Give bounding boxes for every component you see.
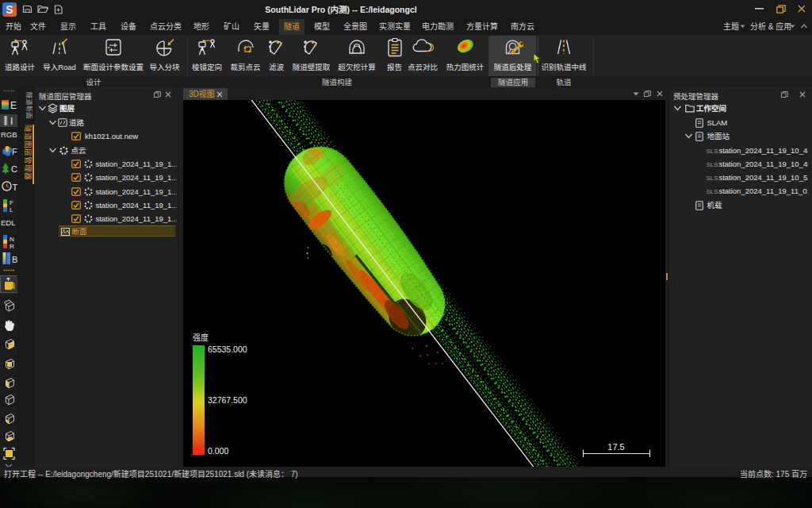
svg-text:F: F xyxy=(12,147,17,156)
svg-text:I: I xyxy=(10,116,13,126)
svg-text:C: C xyxy=(11,164,17,174)
svg-text:S: S xyxy=(6,3,13,16)
svg-text:L: L xyxy=(10,206,13,213)
svg-text:17.5: 17.5 xyxy=(607,442,624,452)
svg-text:E: E xyxy=(10,100,17,110)
svg-text:B: B xyxy=(12,255,17,264)
svg-text:R: R xyxy=(10,243,14,249)
